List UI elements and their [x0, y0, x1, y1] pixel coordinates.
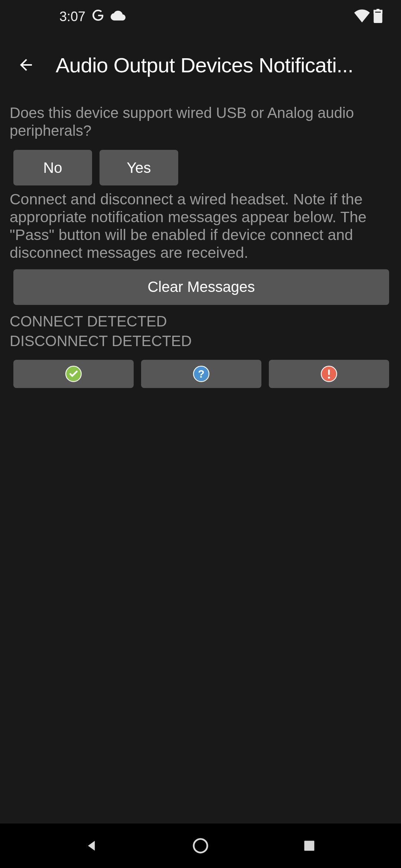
app-bar: Audio Output Devices Notificati...	[0, 33, 401, 96]
svg-rect-10	[304, 841, 314, 851]
triangle-left-icon	[84, 838, 99, 853]
back-button[interactable]	[15, 54, 37, 76]
nav-recent-button[interactable]	[294, 831, 324, 861]
svg-rect-7	[328, 369, 330, 375]
svg-rect-2	[376, 9, 379, 10]
disconnect-message: DISCONNECT DETECTED	[10, 331, 391, 351]
connect-message: CONNECT DETECTED	[10, 312, 391, 331]
no-button[interactable]: No	[13, 150, 92, 185]
status-left: 3:07	[59, 9, 125, 25]
clear-messages-button[interactable]: Clear Messages	[13, 269, 389, 305]
alert-circle-icon	[321, 366, 337, 382]
arrow-left-icon	[17, 56, 35, 74]
pass-button[interactable]	[13, 360, 134, 388]
check-circle-icon	[65, 366, 82, 382]
nav-back-button[interactable]	[77, 831, 107, 861]
google-icon	[91, 9, 105, 25]
info-button[interactable]: ?	[141, 360, 261, 388]
question-circle-icon: ?	[193, 366, 209, 382]
wifi-icon	[354, 9, 370, 24]
cloud-icon	[111, 9, 125, 24]
battery-icon	[374, 9, 382, 24]
status-time: 3:07	[59, 9, 85, 24]
yes-button[interactable]: Yes	[100, 150, 178, 185]
answer-button-row: No Yes	[10, 150, 391, 185]
result-button-row: ?	[10, 360, 391, 388]
svg-point-9	[194, 839, 208, 853]
svg-text:?: ?	[198, 368, 204, 380]
content-area: Does this device support wired USB or An…	[0, 96, 401, 395]
question-text: Does this device support wired USB or An…	[10, 104, 391, 139]
svg-point-8	[328, 377, 330, 379]
circle-icon	[192, 838, 209, 854]
page-title: Audio Output Devices Notificati...	[56, 53, 390, 77]
fail-button[interactable]	[269, 360, 389, 388]
status-bar: 3:07	[0, 0, 401, 33]
status-right	[354, 9, 382, 24]
svg-rect-0	[374, 13, 382, 23]
nav-home-button[interactable]	[186, 831, 215, 861]
instructions-text: Connect and disconnect a wired headset. …	[10, 191, 391, 262]
navigation-bar	[0, 823, 401, 868]
square-icon	[303, 839, 316, 852]
